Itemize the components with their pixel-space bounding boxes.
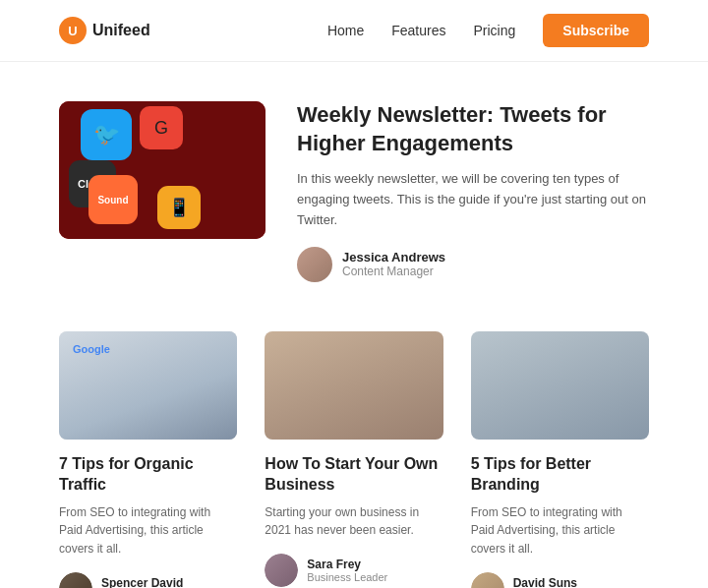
- card-2-avatar: [265, 554, 298, 587]
- card-2-author-name: Sara Frey: [307, 558, 387, 571]
- card-2: How To Start Your Own Business Starting …: [265, 331, 442, 588]
- card-3-title: 5 Tips for Better Branding: [471, 453, 649, 496]
- card-1-author: Spencer David SEO Specialist: [59, 572, 237, 588]
- hero-author-avatar: [297, 247, 332, 282]
- hero-title: Weekly Newsletter: Tweets for Higher Eng…: [297, 101, 649, 157]
- card-3-author-name: David Suns: [513, 576, 588, 588]
- cards-section: 7 Tips for Organic Traffic From SEO to i…: [0, 322, 708, 588]
- hero-description: In this weekly newsletter, we will be co…: [297, 169, 649, 230]
- google-icon: G: [140, 106, 183, 149]
- cards-grid: 7 Tips for Organic Traffic From SEO to i…: [59, 331, 649, 588]
- nav-logo[interactable]: U Unifeed: [59, 17, 150, 44]
- card-2-author: Sara Frey Business Leader: [265, 554, 442, 587]
- subscribe-button[interactable]: Subscribe: [543, 14, 649, 47]
- soundy-icon: Sound: [88, 175, 138, 224]
- nav-link-features[interactable]: Features: [391, 23, 445, 38]
- card-3-avatar: [471, 572, 504, 588]
- nav-link-pricing[interactable]: Pricing: [474, 23, 516, 38]
- logo-icon: U: [59, 17, 87, 44]
- card-1-image: [59, 331, 237, 440]
- navbar: U Unifeed Home Features Pricing Subscrib…: [0, 0, 708, 62]
- hero-section: 🐦 G Clock Sound 📱 Weekly Newsletter: Twe…: [0, 62, 708, 322]
- card-1-desc: From SEO to integrating with Paid Advert…: [59, 503, 237, 559]
- card-1-title: 7 Tips for Organic Traffic: [59, 453, 237, 496]
- card-2-title: How To Start Your Own Business: [265, 453, 442, 496]
- card-3: 5 Tips for Better Branding From SEO to i…: [471, 331, 649, 588]
- hero-author-name: Jessica Andrews: [342, 250, 445, 265]
- card-1-avatar: [59, 572, 92, 588]
- app-icon-2: 📱: [157, 186, 201, 229]
- logo-text: Unifeed: [92, 22, 150, 39]
- nav-links: Home Features Pricing Subscribe: [327, 14, 649, 47]
- card-2-author-role: Business Leader: [307, 571, 387, 583]
- card-1-author-name: Spencer David: [101, 576, 183, 588]
- card-3-desc: From SEO to integrating with Paid Advert…: [471, 503, 649, 559]
- card-1: 7 Tips for Organic Traffic From SEO to i…: [59, 331, 237, 588]
- card-3-author: David Suns Brand Manager: [471, 572, 649, 588]
- card-2-desc: Starting your own business in 2021 has n…: [265, 503, 442, 540]
- nav-link-home[interactable]: Home: [327, 23, 364, 38]
- twitter-icon: 🐦: [81, 109, 132, 160]
- hero-content: Weekly Newsletter: Tweets for Higher Eng…: [297, 101, 649, 282]
- hero-author: Jessica Andrews Content Manager: [297, 247, 649, 282]
- card-2-image: [265, 331, 442, 440]
- hero-image: 🐦 G Clock Sound 📱: [59, 101, 266, 239]
- card-3-image: [471, 331, 649, 440]
- hero-author-role: Content Manager: [342, 265, 445, 278]
